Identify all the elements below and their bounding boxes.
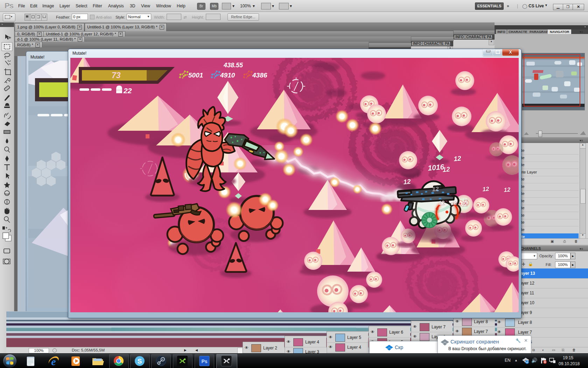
svg-text:12: 12 xyxy=(432,185,439,193)
svg-text:22: 22 xyxy=(123,87,132,95)
svg-text:12: 12 xyxy=(454,155,462,163)
svg-text:12: 12 xyxy=(403,178,411,186)
svg-text:438.55: 438.55 xyxy=(223,62,243,69)
svg-text:1016: 1016 xyxy=(427,163,444,172)
svg-text:4386: 4386 xyxy=(252,71,267,79)
svg-text:12: 12 xyxy=(462,197,468,203)
svg-text:4910: 4910 xyxy=(220,71,235,79)
svg-text:S: S xyxy=(138,357,142,365)
svg-text:5001: 5001 xyxy=(188,71,203,79)
svg-text:12: 12 xyxy=(482,185,490,193)
svg-text:12: 12 xyxy=(504,186,511,193)
svg-text:12: 12 xyxy=(438,199,445,206)
svg-text:73: 73 xyxy=(112,71,121,80)
svg-text:12: 12 xyxy=(450,199,457,206)
svg-text:Ps: Ps xyxy=(201,359,207,364)
